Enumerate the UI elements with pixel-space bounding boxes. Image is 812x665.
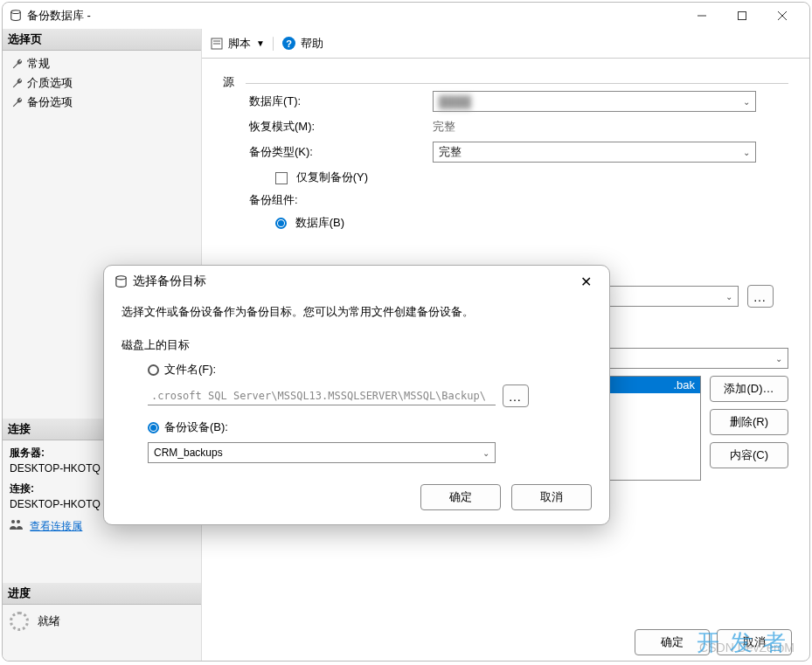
- sidebar-item-label: 介质选项: [27, 75, 73, 91]
- database-combo[interactable]: ████ ⌄: [433, 91, 756, 112]
- modal-description: 选择文件或备份设备作为备份目标。您可以为常用文件创建备份设备。: [121, 304, 592, 320]
- script-button[interactable]: 脚本: [228, 36, 251, 52]
- add-button[interactable]: 添加(D)…: [710, 376, 788, 402]
- connection-value: DESKTOP-HKOTQ: [10, 498, 101, 510]
- help-icon: ?: [282, 37, 295, 50]
- disk-destination-label: 磁盘上的目标: [121, 337, 592, 353]
- sidebar-page-list: 常规 介质选项 备份选项: [3, 51, 201, 115]
- copy-only-row: 仅复制备份(Y): [249, 170, 433, 185]
- wrench-icon: [11, 58, 24, 70]
- sidebar-item-backup-options[interactable]: 备份选项: [3, 93, 201, 112]
- copy-only-label: 仅复制备份(Y): [296, 170, 368, 184]
- database-value: ████: [439, 95, 471, 108]
- file-radio[interactable]: [148, 364, 159, 376]
- content-button[interactable]: 内容(C): [710, 442, 788, 468]
- database-icon: [115, 275, 128, 288]
- modal-cancel-button[interactable]: 取消: [511, 484, 592, 510]
- device-radio[interactable]: [148, 422, 159, 433]
- svg-point-6: [17, 520, 20, 523]
- sidebar-item-general[interactable]: 常规: [3, 54, 201, 73]
- source-fieldset: 源 数据库(T): ████ ⌄ 恢复模式(M): 完整 备份类: [223, 74, 788, 231]
- sidebar-item-label: 常规: [27, 56, 50, 72]
- minimize-button[interactable]: [682, 3, 722, 29]
- component-label: 备份组件:: [249, 192, 433, 208]
- script-icon: [211, 38, 223, 50]
- database-icon: [10, 10, 22, 22]
- select-backup-destination-dialog: 选择备份目标 ✕ 选择文件或备份设备作为备份目标。您可以为常用文件创建备份设备。…: [103, 265, 610, 525]
- close-button[interactable]: [762, 3, 802, 29]
- sidebar-item-media[interactable]: 介质选项: [3, 73, 201, 93]
- backup-type-combo[interactable]: 完整 ⌄: [433, 142, 756, 163]
- browse-button[interactable]: …: [747, 285, 774, 308]
- modal-titlebar: 选择备份目标 ✕: [104, 266, 609, 297]
- spinner-icon: [10, 612, 29, 631]
- toolbar: 脚本 ▼ │ ? 帮助: [202, 29, 809, 59]
- window-controls: [682, 3, 802, 29]
- progress-text: 就绪: [38, 613, 60, 629]
- svg-point-5: [11, 520, 15, 523]
- backup-type-value: 完整: [439, 144, 462, 160]
- component-db-label: 数据库(B): [295, 216, 344, 229]
- wrench-icon: [11, 77, 24, 89]
- file-label: 文件名(F):: [164, 362, 216, 378]
- watermark: 开发者: [697, 627, 796, 658]
- wrench-icon: [11, 96, 24, 108]
- svg-point-0: [11, 10, 21, 14]
- progress-block: 就绪: [3, 605, 201, 638]
- device-select[interactable]: CRM_backups ⌄: [148, 442, 496, 463]
- view-connection-properties-link[interactable]: 查看连接属: [30, 519, 82, 534]
- svg-point-10: [116, 275, 126, 279]
- modal-ok-button[interactable]: 确定: [420, 484, 501, 510]
- file-path-input: [148, 387, 496, 405]
- sidebar-header-progress: 进度: [3, 583, 201, 605]
- source-legend: 源: [223, 74, 239, 90]
- component-db-radio[interactable]: [275, 218, 287, 229]
- device-value: CRM_backups: [154, 447, 223, 459]
- modal-title: 选择备份目标: [133, 274, 573, 289]
- copy-only-checkbox[interactable]: [275, 172, 288, 184]
- chevron-down-icon: ⌄: [482, 448, 489, 458]
- chevron-down-icon: ⌄: [775, 354, 782, 364]
- server-value: DESKTOP-HKOTQ: [10, 462, 101, 475]
- sidebar-item-label: 备份选项: [27, 94, 73, 110]
- sidebar-header-pages: 选择页: [3, 29, 201, 51]
- chevron-down-icon: ⌄: [743, 148, 750, 157]
- modal-close-button[interactable]: ✕: [573, 270, 599, 294]
- backup-type-label: 备份类型(K):: [249, 144, 433, 160]
- help-button[interactable]: 帮助: [301, 36, 323, 52]
- maximize-button[interactable]: [722, 3, 762, 29]
- device-label: 备份设备(B):: [164, 419, 228, 435]
- chevron-down-icon: ⌄: [743, 97, 750, 107]
- people-icon: [10, 519, 24, 530]
- remove-button[interactable]: 删除(R): [710, 409, 788, 435]
- file-browse-button[interactable]: …: [503, 384, 529, 407]
- recovery-value: 完整: [433, 119, 455, 135]
- titlebar: 备份数据库 -: [3, 3, 809, 29]
- chevron-down-icon: ⌄: [725, 292, 732, 301]
- script-dropdown-icon[interactable]: ▼: [256, 38, 265, 48]
- database-label: 数据库(T):: [249, 94, 433, 109]
- svg-rect-2: [739, 12, 746, 20]
- component-db-row: 数据库(B): [249, 215, 433, 231]
- window-title: 备份数据库 -: [27, 8, 682, 24]
- recovery-label: 恢复模式(M):: [249, 119, 433, 135]
